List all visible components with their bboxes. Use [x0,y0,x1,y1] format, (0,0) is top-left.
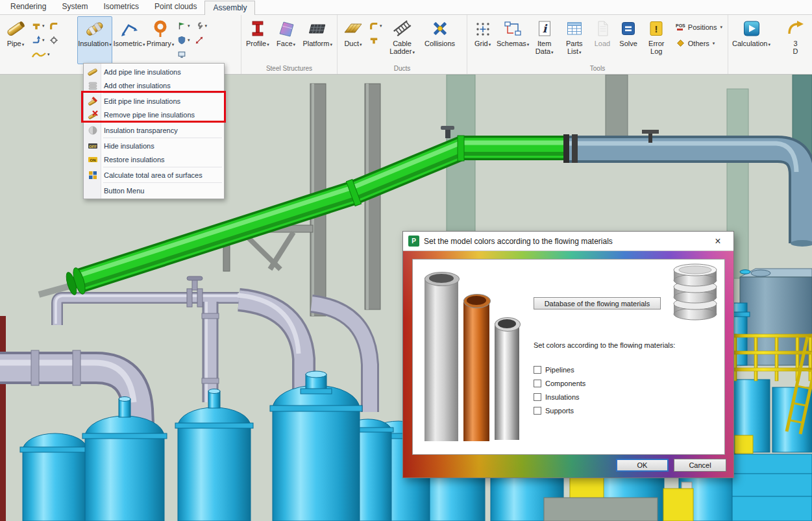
checkbox-supports[interactable]: Supports [534,407,585,415]
menu-item-edit-pipe-line-insulations[interactable]: Edit pipe line insulations [84,94,224,108]
load-document-icon [593,19,612,38]
tab-assembly[interactable]: Assembly [204,1,255,15]
ribbon-group-ducts: Duct▾ ▾ Cable Ladder▾ Collisions Ducts [338,15,467,74]
copper-pipe-image [463,300,489,441]
error-log-button[interactable]: ! Error Log [642,16,671,64]
ok-button[interactable]: OK [616,459,669,472]
schemas-icon [503,19,523,38]
menu-item-button-menu[interactable]: Button Menu [84,184,224,197]
checkbox-box[interactable] [534,407,541,415]
wrench-button[interactable]: ▾ [193,19,209,32]
menu-item-add-other-insulations[interactable]: Add other insulations [84,79,224,92]
duct-tee-button[interactable] [368,34,380,46]
pipe-settings-button[interactable] [48,34,60,46]
platform-grid-icon [308,19,327,38]
duct-elbow-button[interactable]: ▾ [368,19,384,32]
pipe-button[interactable]: Pipe▾ [2,16,29,64]
chevron-down-icon: ▾ [551,50,554,55]
calculation-button[interactable]: Calculation▾ [731,16,772,64]
pipes-illustration [417,263,524,450]
dialog-title: Set the model colors according to the fl… [424,237,703,246]
on-icon: ON [87,154,98,165]
chevron-down-icon: ▾ [412,50,415,55]
positions-button[interactable]: POS Positions ▾ [673,21,724,34]
collisions-button[interactable]: Collisions [421,16,460,64]
database-button[interactable]: Database of the flowing materials [534,297,661,309]
tab-system[interactable]: System [54,0,95,14]
chevron-down-icon: ▾ [330,42,332,47]
positions-icon: POS [675,21,685,33]
platform-button[interactable]: Platform▾ [300,16,335,64]
tab-isometrics[interactable]: Isometrics [95,0,147,14]
solve-icon [619,19,638,38]
ribbon-tab-bar: Rendering System Isometrics Point clouds… [0,0,812,15]
checkbox-pipelines[interactable]: Pipelines [534,366,585,374]
chevron-down-icon: ▾ [42,23,45,29]
pipe-direction-button[interactable]: ▾ [31,34,46,46]
menu-item-add-pipe-line-insulations[interactable]: Add pipe line insulations [84,65,224,79]
menu-item-restore-insulations[interactable]: ON Restore insulations [84,152,224,166]
edit-pipe-insulation-icon [87,96,98,106]
menu-separator [103,167,222,167]
parts-list-button[interactable]: Parts List▾ [560,16,589,64]
checkbox-insulations[interactable]: Insulations [534,393,585,401]
chevron-down-icon: ▾ [768,42,770,47]
error-log-icon: ! [646,19,666,38]
ducts-mini-column: ▾ [367,16,384,64]
three-d-button[interactable]: 3 D [781,16,810,64]
pipe-branch-button[interactable]: ▾ [31,19,46,32]
profile-button[interactable]: Profile▾ [243,16,272,64]
ribbon-group-calculation: Calculation▾ 3 D [728,15,812,74]
load-button[interactable]: Load [589,16,615,64]
checkbox-box[interactable] [534,393,541,401]
dialog-button-row: OK Cancel [616,459,726,472]
off-icon: OFF [87,141,98,151]
menu-item-hide-insulations[interactable]: OFF Hide insulations [84,139,224,152]
isometric-icon [119,19,139,38]
menu-item-calculate-total-area[interactable]: Calculate total area of surfaces [84,168,224,182]
chevron-down-icon: ▾ [720,25,722,30]
menu-item-remove-pipe-line-insulations[interactable]: Remove pipe line insulations [84,108,224,121]
cable-ladder-icon [393,19,412,38]
chevron-down-icon: ▾ [188,23,190,29]
face-surface-icon [277,19,296,38]
schemas-button[interactable]: Schemas▾ [497,16,529,64]
pipe-spline-button[interactable]: ▾ [31,48,76,60]
menu-item-insulation-transparency[interactable]: Insulation transparency [84,123,224,137]
ribbon-group-steel: Profile▾ Face▾ Platform▾ Steel Structure… [241,15,338,74]
flag-button[interactable]: ▾ [176,19,191,32]
viewbox-button[interactable] [176,48,188,60]
three-d-arrow-icon [786,19,806,38]
others-button[interactable]: Others ▾ [673,37,724,50]
shield-button[interactable]: ▾ [176,34,191,46]
right-equipment [728,269,812,521]
face-button[interactable]: Face▾ [273,16,300,64]
pipe-elbow-button[interactable] [48,19,60,32]
svg-text:ON: ON [90,158,95,162]
grid-button[interactable]: Grid▾ [469,16,496,64]
solve-button[interactable]: Solve [616,16,641,64]
piping-mini-column-1: ▾ ▾ ▾ [30,16,77,64]
duct-button[interactable]: Duct▾ [339,16,367,64]
gray-pipe-image [424,278,458,441]
insulation-button[interactable]: Insulation▾ [77,16,112,64]
tab-point-clouds[interactable]: Point clouds [147,0,204,14]
add-other-insulation-icon [87,80,98,91]
group-label-ducts: Ducts [338,64,467,74]
remove-pipe-insulation-icon [87,110,98,120]
menu-separator [103,93,222,93]
checkbox-box[interactable] [534,366,541,374]
dialog-title-bar[interactable]: P Set the model colors according to the … [403,232,733,251]
tab-rendering[interactable]: Rendering [3,0,54,14]
cancel-button[interactable]: Cancel [674,459,726,472]
dimension-button[interactable] [193,34,205,46]
isometric-button[interactable]: Isometric▾ [113,16,145,64]
chevron-down-icon: ▾ [489,42,491,47]
primary-button[interactable]: Primary▾ [146,16,175,64]
checkbox-box[interactable] [534,380,541,387]
item-data-button[interactable]: i Item Data▾ [530,16,559,64]
close-icon[interactable]: × [707,234,728,249]
cable-ladder-button[interactable]: Cable Ladder▾ [385,16,420,64]
checkbox-components[interactable]: Components [534,380,585,387]
chevron-down-icon: ▾ [109,42,112,47]
